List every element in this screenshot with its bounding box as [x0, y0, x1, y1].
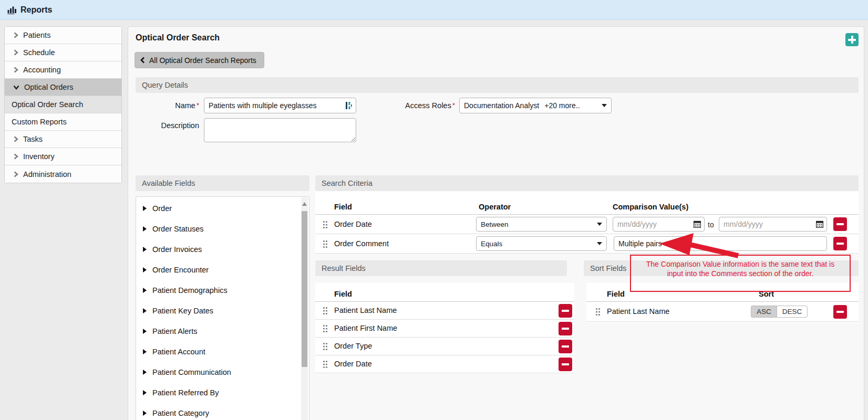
sidebar-item-label: Inventory [23, 152, 55, 161]
triangle-right-icon [143, 370, 147, 375]
available-field-order[interactable]: Order [136, 198, 294, 218]
back-to-reports-button[interactable]: All Optical Order Search Reports [135, 52, 264, 68]
sort-col-field: Field [607, 290, 625, 298]
drag-handle-icon[interactable] [323, 342, 328, 351]
minus-icon [836, 223, 844, 225]
operator-select[interactable]: Equals [476, 236, 607, 251]
main-panel: Optical Order Search All Optical Order S… [128, 26, 864, 420]
criteria-field-name: Order Comment [334, 239, 389, 248]
chevron-down-icon [13, 85, 19, 90]
description-label: Description [136, 121, 199, 130]
available-field-order-encounter[interactable]: Order Encounter [136, 259, 294, 280]
triangle-right-icon [143, 226, 147, 232]
criteria-row-order-date: Order Date Between to [315, 215, 859, 234]
available-field-patient-demographics[interactable]: Patient Demographics [136, 280, 294, 300]
drag-handle-icon[interactable] [323, 307, 328, 315]
chevron-right-icon [13, 49, 18, 56]
query-details-header: Query Details [136, 77, 859, 93]
remove-result-field-button[interactable] [559, 340, 572, 353]
result-row-patient-first-name: Patient First Name [315, 320, 574, 338]
triangle-right-icon [143, 390, 147, 395]
sort-direction-toggle: ASC DESC [751, 306, 808, 318]
sidebar-item-tasks[interactable]: Tasks [5, 131, 121, 148]
result-row-order-date: Order Date [315, 355, 574, 373]
triangle-right-icon [143, 329, 147, 334]
remove-criteria-button[interactable] [833, 237, 847, 250]
drag-handle-icon[interactable] [323, 220, 328, 229]
scrollbar-thumb[interactable] [302, 211, 307, 367]
minus-icon [562, 345, 569, 348]
drag-handle-icon[interactable] [323, 360, 328, 369]
available-field-order-invoices[interactable]: Order Invoices [136, 239, 294, 259]
result-col-field: Field [334, 290, 352, 298]
calendar-icon[interactable] [816, 220, 823, 228]
bar-chart-icon [7, 6, 17, 14]
date-from-input[interactable] [617, 220, 694, 228]
minus-icon [562, 328, 569, 330]
sort-asc-button[interactable]: ASC [751, 306, 777, 318]
available-field-patient-alerts[interactable]: Patient Alerts [136, 321, 294, 341]
triangle-right-icon [143, 308, 147, 313]
available-field-patient-account[interactable]: Patient Account [136, 341, 294, 362]
triangle-right-icon [143, 206, 147, 211]
available-field-order-statuses[interactable]: Order Statuses [136, 218, 294, 239]
access-roles-more-badge: +20 more.. [544, 101, 580, 110]
date-from-field[interactable] [613, 217, 705, 232]
calendar-icon[interactable] [694, 220, 701, 228]
minus-icon [836, 311, 844, 313]
drag-handle-icon[interactable] [595, 308, 601, 316]
scrollbar-track[interactable] [301, 197, 308, 420]
app-title: Reports [20, 5, 52, 15]
remove-result-field-button[interactable] [559, 322, 572, 335]
sidebar-item-optical-order-search[interactable]: Optical Order Search [5, 96, 121, 113]
criteria-header-row: Field Operator Comparison Value(s) [315, 191, 859, 215]
result-fields-table: Field Patient Last Name Patient First Na… [315, 283, 574, 374]
chevron-right-icon [13, 32, 18, 38]
sidebar-item-inventory[interactable]: Inventory [5, 148, 121, 165]
available-field-patient-communication[interactable]: Patient Communication [136, 362, 294, 382]
sidebar-item-custom-reports[interactable]: Custom Reports [5, 113, 121, 131]
comparison-value-input[interactable] [614, 236, 827, 251]
date-to-field[interactable] [719, 217, 827, 232]
drag-handle-icon[interactable] [323, 324, 328, 333]
available-field-patient-referred-by[interactable]: Patient Referred By [136, 382, 294, 403]
scroll-up-arrow-icon[interactable] [302, 202, 307, 206]
remove-sort-field-button[interactable] [833, 305, 847, 319]
name-field-wrap [204, 98, 356, 113]
sidebar-item-optical-orders[interactable]: Optical Orders [5, 79, 121, 96]
criteria-row-order-comment: Order Comment Equals [315, 234, 859, 254]
add-report-button[interactable] [845, 33, 859, 46]
caret-down-icon [597, 242, 602, 245]
remove-result-field-button[interactable] [559, 304, 572, 318]
name-input[interactable] [204, 98, 356, 113]
search-criteria-header: Search Criteria [315, 175, 859, 191]
annotation-text: The Comparison Value information is the … [639, 259, 841, 278]
criteria-col-comparison: Comparison Value(s) [613, 203, 688, 211]
sidebar-item-label: Optical Order Search [12, 100, 83, 109]
available-fields-list: Order Order Statuses Order Invoices Orde… [136, 196, 309, 420]
access-roles-select[interactable]: Documentation Analyst +20 more.. [459, 98, 612, 113]
description-textarea[interactable] [204, 118, 356, 142]
criteria-field-name: Order Date [334, 220, 372, 228]
sidebar-item-schedule[interactable]: Schedule [5, 44, 121, 61]
access-roles-label: Access Roles* [365, 101, 455, 110]
available-field-patient-category[interactable]: Patient Category [136, 403, 294, 420]
remove-criteria-button[interactable] [833, 217, 847, 231]
remove-result-field-button[interactable] [559, 358, 572, 371]
result-fields-header: Result Fields [315, 260, 567, 276]
sidebar-item-administration[interactable]: Administration [5, 165, 121, 183]
top-bar: Reports [0, 0, 868, 20]
sidebar-item-accounting[interactable]: Accounting [5, 61, 121, 79]
operator-select[interactable]: Between [476, 217, 607, 232]
criteria-col-field: Field [334, 203, 352, 211]
available-field-patient-key-dates[interactable]: Patient Key Dates [136, 300, 294, 321]
date-range-to-label: to [708, 220, 714, 229]
sort-desc-button[interactable]: DESC [777, 306, 808, 318]
chevron-right-icon [13, 67, 18, 73]
sort-row-patient-last-name: Patient Last Name ASC DESC [586, 302, 859, 322]
date-to-input[interactable] [724, 220, 816, 228]
result-row-order-type: Order Type [315, 338, 574, 355]
sidebar-item-label: Custom Reports [12, 118, 67, 126]
drag-handle-icon[interactable] [323, 240, 328, 248]
sidebar-item-patients[interactable]: Patients [5, 27, 121, 44]
